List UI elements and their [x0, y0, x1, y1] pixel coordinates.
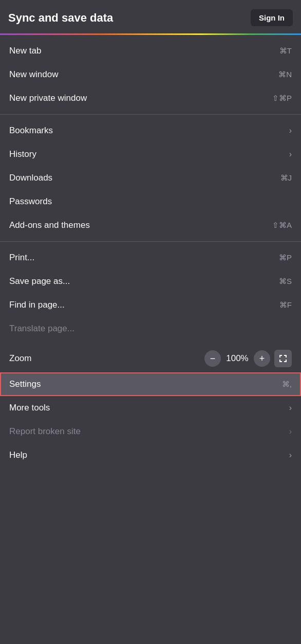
menu-item-print[interactable]: Print... ⌘P [0, 246, 301, 270]
more-tools-label: More tools [9, 403, 50, 413]
menu-item-settings[interactable]: Settings ⌘, [0, 372, 301, 396]
more-tools-chevron-icon: › [289, 403, 292, 413]
menu-container: Sync and save data Sign In New tab ⌘T Ne… [0, 0, 301, 469]
menu-item-passwords[interactable]: Passwords [0, 190, 301, 213]
report-broken-site-chevron-icon: › [289, 427, 292, 436]
history-label: History [9, 149, 36, 159]
downloads-label: Downloads [9, 173, 52, 183]
bookmarks-label: Bookmarks [9, 126, 53, 136]
help-chevron-icon: › [289, 451, 292, 460]
menu-item-zoom: Zoom − 100% + [0, 345, 301, 372]
zoom-controls: − 100% + [204, 350, 292, 367]
new-private-window-shortcut: ⇧⌘P [272, 94, 292, 103]
fullscreen-icon [278, 354, 288, 363]
menu-item-new-tab[interactable]: New tab ⌘T [0, 39, 301, 63]
menu-item-help[interactable]: Help › [0, 443, 301, 467]
find-in-page-shortcut: ⌘F [279, 300, 292, 310]
zoom-value: 100% [225, 353, 250, 364]
new-window-shortcut: ⌘N [278, 70, 292, 79]
menu-item-downloads[interactable]: Downloads ⌘J [0, 166, 301, 190]
new-tab-label: New tab [9, 46, 41, 56]
bookmarks-chevron-icon: › [289, 126, 292, 135]
menu-item-more-tools[interactable]: More tools › [0, 396, 301, 420]
save-page-label: Save page as... [9, 276, 70, 287]
new-tab-shortcut: ⌘T [279, 46, 292, 56]
menu-section-1: New tab ⌘T New window ⌘N New private win… [0, 37, 301, 112]
zoom-decrease-button[interactable]: − [204, 350, 221, 367]
find-in-page-label: Find in page... [9, 300, 65, 310]
sign-in-button[interactable]: Sign In [251, 9, 293, 26]
zoom-label: Zoom [9, 353, 204, 364]
print-shortcut: ⌘P [279, 253, 292, 262]
downloads-shortcut: ⌘J [280, 173, 292, 183]
menu-item-save-page[interactable]: Save page as... ⌘S [0, 270, 301, 293]
divider-2 [0, 241, 301, 242]
header-title: Sync and save data [8, 11, 113, 25]
report-broken-site-label: Report broken site [9, 426, 81, 437]
menu-item-new-private-window[interactable]: New private window ⇧⌘P [0, 86, 301, 110]
settings-shortcut: ⌘, [282, 380, 292, 389]
divider-1 [0, 114, 301, 115]
zoom-fullscreen-button[interactable] [274, 350, 292, 367]
menu-item-new-window[interactable]: New window ⌘N [0, 63, 301, 86]
menu-item-find-in-page[interactable]: Find in page... ⌘F [0, 293, 301, 317]
translate-page-label: Translate page... [9, 324, 74, 334]
rainbow-divider [0, 33, 301, 35]
menu-item-report-broken-site: Report broken site › [0, 420, 301, 443]
menu-item-history[interactable]: History › [0, 142, 301, 166]
menu-section-2: Bookmarks › History › Downloads ⌘J Passw… [0, 117, 301, 239]
new-private-window-label: New private window [9, 93, 87, 103]
menu-header: Sync and save data Sign In [0, 0, 301, 33]
addons-themes-shortcut: ⇧⌘A [272, 221, 292, 230]
new-window-label: New window [9, 69, 58, 80]
settings-label: Settings [9, 379, 41, 389]
save-page-shortcut: ⌘S [279, 277, 292, 286]
history-chevron-icon: › [289, 150, 292, 159]
menu-item-bookmarks[interactable]: Bookmarks › [0, 119, 301, 142]
zoom-increase-button[interactable]: + [254, 350, 270, 367]
menu-section-4: Zoom − 100% + Settings ⌘, More tools › [0, 343, 301, 469]
print-label: Print... [9, 253, 34, 263]
menu-section-3: Print... ⌘P Save page as... ⌘S Find in p… [0, 244, 301, 343]
menu-item-addons-themes[interactable]: Add-ons and themes ⇧⌘A [0, 213, 301, 237]
passwords-label: Passwords [9, 196, 52, 207]
addons-themes-label: Add-ons and themes [9, 220, 90, 230]
menu-item-translate-page: Translate page... [0, 317, 301, 341]
help-label: Help [9, 450, 27, 460]
